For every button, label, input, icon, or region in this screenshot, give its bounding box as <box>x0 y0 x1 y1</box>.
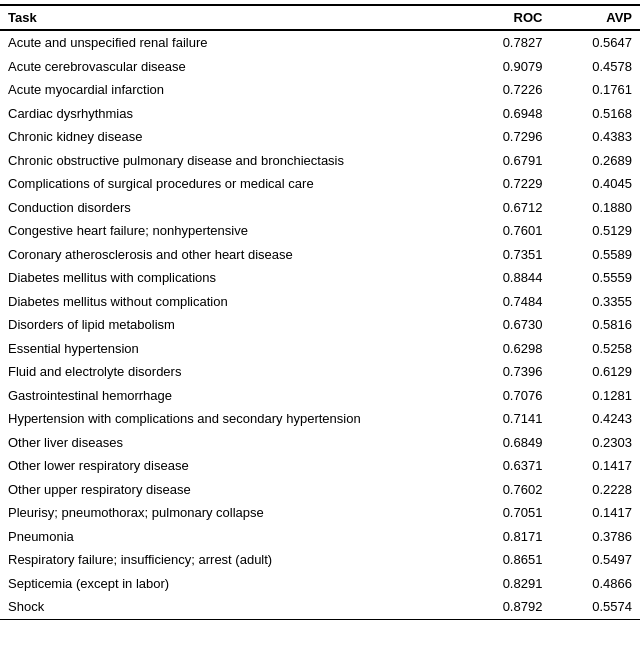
avp-cell: 0.3786 <box>550 525 640 549</box>
table-row: Fluid and electrolyte disorders0.73960.6… <box>0 360 640 384</box>
roc-cell: 0.9079 <box>461 55 551 79</box>
roc-cell: 0.7226 <box>461 78 551 102</box>
table-row: Other lower respiratory disease0.63710.1… <box>0 454 640 478</box>
task-cell: Shock <box>0 595 461 619</box>
avp-cell: 0.5574 <box>550 595 640 619</box>
task-cell: Gastrointestinal hemorrhage <box>0 384 461 408</box>
roc-cell: 0.7484 <box>461 290 551 314</box>
avp-cell: 0.1761 <box>550 78 640 102</box>
task-cell: Fluid and electrolyte disorders <box>0 360 461 384</box>
avp-cell: 0.5589 <box>550 243 640 267</box>
table-row: Conduction disorders0.67120.1880 <box>0 196 640 220</box>
task-cell: Septicemia (except in labor) <box>0 572 461 596</box>
table-row: Chronic kidney disease0.72960.4383 <box>0 125 640 149</box>
task-cell: Chronic kidney disease <box>0 125 461 149</box>
avp-cell: 0.4383 <box>550 125 640 149</box>
roc-cell: 0.7601 <box>461 219 551 243</box>
table-header-row: Task ROC AVP <box>0 5 640 30</box>
table-row: Septicemia (except in labor)0.82910.4866 <box>0 572 640 596</box>
roc-cell: 0.7351 <box>461 243 551 267</box>
task-cell: Congestive heart failure; nonhypertensiv… <box>0 219 461 243</box>
avp-cell: 0.2303 <box>550 431 640 455</box>
avp-cell: 0.1417 <box>550 454 640 478</box>
task-cell: Other upper respiratory disease <box>0 478 461 502</box>
avp-cell: 0.5816 <box>550 313 640 337</box>
avp-cell: 0.4866 <box>550 572 640 596</box>
table-row: Respiratory failure; insufficiency; arre… <box>0 548 640 572</box>
avp-cell: 0.4578 <box>550 55 640 79</box>
table-row: Coronary atherosclerosis and other heart… <box>0 243 640 267</box>
avp-cell: 0.1281 <box>550 384 640 408</box>
avp-cell: 0.6129 <box>550 360 640 384</box>
avp-cell: 0.5258 <box>550 337 640 361</box>
task-cell: Complications of surgical procedures or … <box>0 172 461 196</box>
avp-cell: 0.5559 <box>550 266 640 290</box>
roc-cell: 0.7051 <box>461 501 551 525</box>
roc-column-header: ROC <box>461 5 551 30</box>
task-cell: Essential hypertension <box>0 337 461 361</box>
avp-cell: 0.5129 <box>550 219 640 243</box>
avp-cell: 0.5647 <box>550 30 640 55</box>
table-row: Disorders of lipid metabolism0.67300.581… <box>0 313 640 337</box>
roc-cell: 0.8291 <box>461 572 551 596</box>
roc-cell: 0.7229 <box>461 172 551 196</box>
table-row: Diabetes mellitus without complication0.… <box>0 290 640 314</box>
roc-cell: 0.7602 <box>461 478 551 502</box>
avp-cell: 0.1417 <box>550 501 640 525</box>
table-row: Essential hypertension0.62980.5258 <box>0 337 640 361</box>
task-cell: Hypertension with complications and seco… <box>0 407 461 431</box>
task-cell: Pleurisy; pneumothorax; pulmonary collap… <box>0 501 461 525</box>
table-row: Acute and unspecified renal failure0.782… <box>0 30 640 55</box>
avp-cell: 0.3355 <box>550 290 640 314</box>
roc-cell: 0.6371 <box>461 454 551 478</box>
task-cell: Pneumonia <box>0 525 461 549</box>
avp-cell: 0.1880 <box>550 196 640 220</box>
avp-cell: 0.2689 <box>550 149 640 173</box>
task-cell: Acute and unspecified renal failure <box>0 30 461 55</box>
roc-cell: 0.8844 <box>461 266 551 290</box>
task-cell: Chronic obstructive pulmonary disease an… <box>0 149 461 173</box>
table-row: Shock0.87920.5574 <box>0 595 640 619</box>
table-row: Hypertension with complications and seco… <box>0 407 640 431</box>
task-cell: Other liver diseases <box>0 431 461 455</box>
table-container: Task ROC AVP Acute and unspecified renal… <box>0 0 640 624</box>
avp-cell: 0.4243 <box>550 407 640 431</box>
roc-cell: 0.7827 <box>461 30 551 55</box>
task-cell: Other lower respiratory disease <box>0 454 461 478</box>
roc-cell: 0.7396 <box>461 360 551 384</box>
roc-cell: 0.8651 <box>461 548 551 572</box>
data-table: Task ROC AVP Acute and unspecified renal… <box>0 4 640 620</box>
table-row: Cardiac dysrhythmias0.69480.5168 <box>0 102 640 126</box>
task-cell: Disorders of lipid metabolism <box>0 313 461 337</box>
task-cell: Acute cerebrovascular disease <box>0 55 461 79</box>
roc-cell: 0.7141 <box>461 407 551 431</box>
task-cell: Coronary atherosclerosis and other heart… <box>0 243 461 267</box>
table-body: Acute and unspecified renal failure0.782… <box>0 30 640 619</box>
table-row: Diabetes mellitus with complications0.88… <box>0 266 640 290</box>
table-row: Pleurisy; pneumothorax; pulmonary collap… <box>0 501 640 525</box>
roc-cell: 0.6791 <box>461 149 551 173</box>
table-row: Gastrointestinal hemorrhage0.70760.1281 <box>0 384 640 408</box>
avp-column-header: AVP <box>550 5 640 30</box>
task-cell: Respiratory failure; insufficiency; arre… <box>0 548 461 572</box>
task-column-header: Task <box>0 5 461 30</box>
task-cell: Cardiac dysrhythmias <box>0 102 461 126</box>
roc-cell: 0.6730 <box>461 313 551 337</box>
roc-cell: 0.6298 <box>461 337 551 361</box>
roc-cell: 0.7076 <box>461 384 551 408</box>
avp-cell: 0.2228 <box>550 478 640 502</box>
avp-cell: 0.5168 <box>550 102 640 126</box>
table-row: Other upper respiratory disease0.76020.2… <box>0 478 640 502</box>
task-cell: Diabetes mellitus without complication <box>0 290 461 314</box>
table-row: Acute myocardial infarction0.72260.1761 <box>0 78 640 102</box>
task-cell: Acute myocardial infarction <box>0 78 461 102</box>
roc-cell: 0.8792 <box>461 595 551 619</box>
avp-cell: 0.4045 <box>550 172 640 196</box>
avp-cell: 0.5497 <box>550 548 640 572</box>
roc-cell: 0.6712 <box>461 196 551 220</box>
table-row: Complications of surgical procedures or … <box>0 172 640 196</box>
task-cell: Diabetes mellitus with complications <box>0 266 461 290</box>
roc-cell: 0.6948 <box>461 102 551 126</box>
table-row: Acute cerebrovascular disease0.90790.457… <box>0 55 640 79</box>
table-row: Congestive heart failure; nonhypertensiv… <box>0 219 640 243</box>
